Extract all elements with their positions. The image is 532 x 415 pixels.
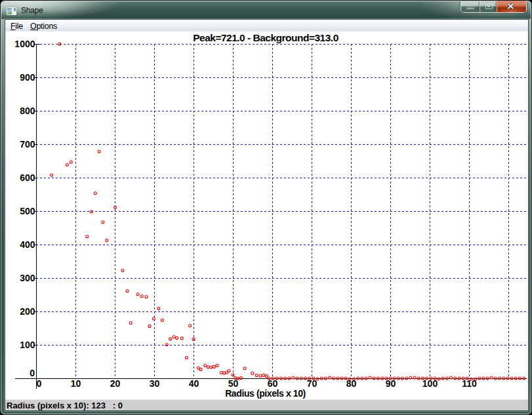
svg-text:0: 0 [30, 368, 35, 378]
svg-text:1000: 1000 [14, 39, 35, 49]
svg-text:600: 600 [20, 172, 35, 183]
svg-text:10: 10 [70, 378, 81, 389]
svg-text:Peak=721.0 - Background=313.0: Peak=721.0 - Background=313.0 [193, 32, 338, 43]
svg-text:30: 30 [149, 378, 159, 389]
svg-text:700: 700 [20, 139, 35, 149]
svg-text:900: 900 [20, 72, 35, 83]
svg-text:0: 0 [36, 378, 41, 389]
svg-text:800: 800 [20, 106, 35, 116]
svg-text:400: 400 [20, 239, 35, 250]
svg-text:500: 500 [20, 206, 35, 216]
svg-text:300: 300 [20, 273, 35, 283]
svg-text:200: 200 [20, 306, 35, 317]
svg-text:Radius (pixels x 10): Radius (pixels x 10) [225, 388, 306, 399]
svg-text:20: 20 [110, 378, 120, 389]
svg-text:100: 100 [20, 340, 35, 350]
svg-text:40: 40 [188, 378, 199, 389]
